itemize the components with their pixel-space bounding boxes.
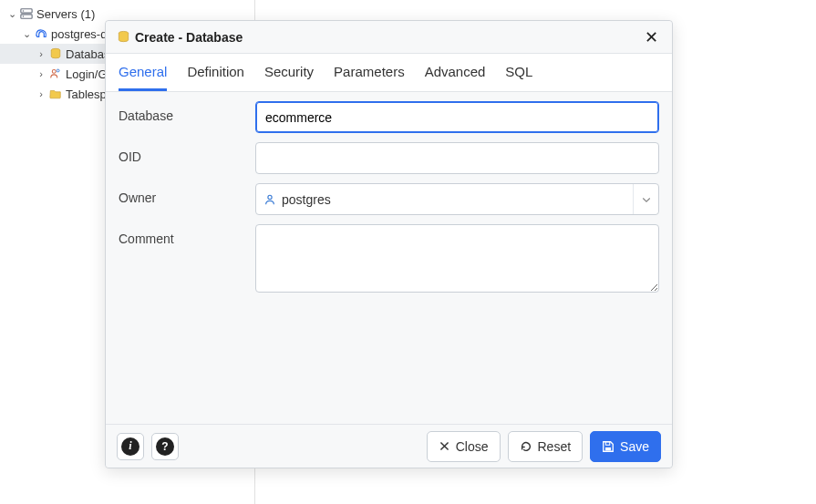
tab-general[interactable]: General [119,54,167,91]
svg-rect-9 [605,441,609,445]
chevron-right-icon: › [35,68,47,79]
owner-value: postgres [282,192,331,207]
dialog-title: Create - Database [135,30,243,45]
dialog-header: Create - Database ✕ [106,21,672,54]
close-icon[interactable]: ✕ [641,27,661,47]
close-icon [439,440,450,452]
reset-icon [520,440,532,453]
tab-definition[interactable]: Definition [187,54,244,91]
reset-button[interactable]: Reset [508,431,584,462]
elephant-icon [33,27,49,41]
chevron-down-icon [633,184,658,214]
tab-advanced[interactable]: Advanced [425,54,486,91]
field-owner: Owner postgres [119,183,659,215]
save-button[interactable]: Save [590,431,661,462]
folder-icon [47,87,64,100]
svg-point-3 [23,15,25,17]
svg-point-2 [23,10,25,12]
field-database: Database [119,101,659,133]
database-icon [117,30,135,44]
tree-label: Databas [64,47,109,61]
database-icon [47,47,64,60]
database-input[interactable] [255,101,659,133]
label-database: Database [119,101,255,123]
help-button[interactable]: ? [151,433,179,460]
tree-label: Tablesp [64,87,107,101]
save-label: Save [620,439,649,454]
label-owner: Owner [119,183,255,205]
tree-label: Servers (1) [35,7,95,21]
user-icon [263,193,276,206]
save-icon [602,440,615,453]
label-oid: OID [119,142,255,164]
tab-security[interactable]: Security [264,54,314,91]
dialog-tabs: General Definition Security Parameters A… [106,54,672,92]
label-comment: Comment [119,224,255,246]
svg-point-5 [52,69,56,73]
user-role-icon [47,67,64,80]
tab-parameters[interactable]: Parameters [334,54,405,91]
help-icon: ? [156,437,174,456]
reset-label: Reset [538,439,572,454]
close-label: Close [456,439,489,454]
owner-select[interactable]: postgres [255,183,659,215]
chevron-right-icon: › [35,48,47,59]
svg-rect-1 [21,15,32,18]
chevron-right-icon: › [35,88,47,99]
tree-label: Login/G [64,67,108,81]
chevron-down-icon: ⌄ [20,28,33,40]
oid-input[interactable] [255,142,659,174]
info-button[interactable]: i [117,433,144,460]
close-button[interactable]: Close [427,431,501,462]
create-database-dialog: Create - Database ✕ General Definition S… [105,20,673,468]
chevron-down-icon: ⌄ [5,8,18,20]
svg-rect-10 [605,447,611,450]
field-comment: Comment [119,224,659,296]
svg-point-8 [268,195,272,199]
field-oid: OID [119,142,659,174]
tab-sql[interactable]: SQL [505,54,532,91]
dialog-form: Database OID Owner postgres [106,92,672,424]
info-icon: i [121,437,139,456]
servers-icon [18,7,35,20]
comment-input[interactable] [255,224,659,293]
svg-rect-0 [21,9,32,13]
svg-point-6 [57,69,59,72]
dialog-footer: i ? Close Reset Save [106,424,672,468]
tree-label: postgres-d [49,27,107,41]
